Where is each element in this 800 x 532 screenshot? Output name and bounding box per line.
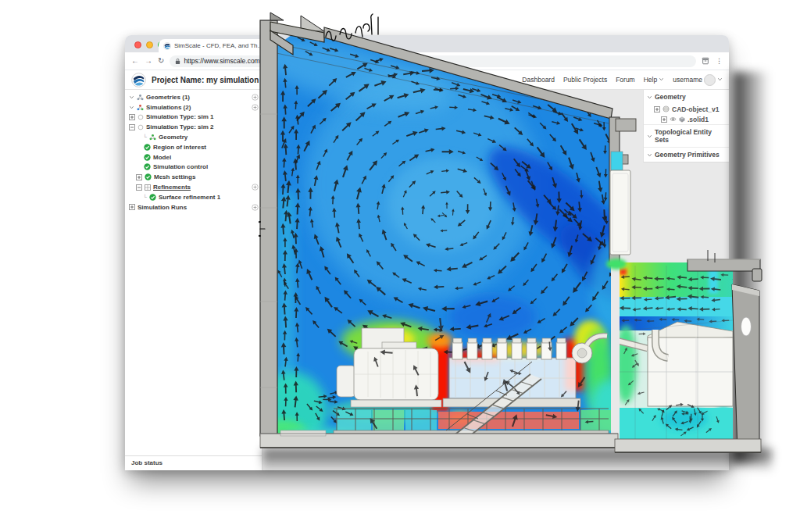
tree-item-label: Simulations (2) [146,104,191,111]
tree-item-label: Model [153,154,171,161]
tree-item-simulations-2-[interactable]: Simulations (2) [125,102,262,112]
tree-item-label: Geometries (1) [146,94,190,101]
minus-box-icon [129,124,135,130]
tab-title: SimScale - CFD, FEA, and The... [174,42,266,49]
tree-item-label: Simulation Type: sim 1 [146,113,214,120]
tree-item-label: Simulation Type: sim 2 [146,123,214,130]
annex-section [606,250,762,452]
radio-icon [138,114,144,120]
lock-icon [175,58,180,65]
tree-item-geometry[interactable]: └Geometry [125,132,262,142]
tree-item-label: Simulation Runs [138,204,187,211]
geometry-green-icon [149,134,156,141]
simulation-tree-sidebar: Geometries (1)Simulations (2)Simulation … [125,90,262,470]
tab-favicon [163,42,171,50]
add-button[interactable] [252,94,259,101]
reload-icon[interactable]: ↻ [158,57,164,65]
check-icon [144,144,151,151]
page: SimScale - CFD, FEA, and The... × ← → ↻ … [0,0,800,532]
job-status[interactable]: Job status [125,455,262,470]
tree-elbow: └ [143,195,147,200]
url-text: https://www.simscale.com [184,57,259,65]
tree-item-refinements[interactable]: Refinements [125,182,262,192]
check-icon [144,154,151,161]
tree-item-surface-refinement-1[interactable]: └Surface refinement 1 [125,192,262,202]
tree-item-label: Geometry [159,134,188,141]
minus-box-icon [136,184,142,191]
tree-item-simulation-type-sim-1[interactable]: Simulation Type: sim 1 [125,112,262,123]
tree-item-mesh-settings[interactable]: Mesh settings [125,172,262,182]
check-icon [144,163,151,170]
check-icon [149,194,156,201]
tree-item-geometries-1-[interactable]: Geometries (1) [125,92,262,102]
tree-item-label: Region of interest [153,144,206,151]
plus-box-icon [129,114,135,120]
tree-item-simulation-control[interactable]: Simulation control [125,162,262,173]
simulations-molecule-icon [137,104,144,111]
close-window-button[interactable] [134,41,141,48]
plus-box-icon [136,174,142,180]
tree-item-label: Refinements [153,184,191,191]
add-button[interactable] [252,184,259,191]
simscale-logo [131,73,146,87]
back-icon[interactable]: ← [131,57,139,65]
plus-box-icon [129,204,135,210]
chevron-down-icon [129,95,134,100]
tree-item-label: Surface refinement 1 [159,194,220,201]
add-button[interactable] [252,204,259,211]
add-button[interactable] [252,104,259,111]
tree-item-simulation-type-sim-2[interactable]: Simulation Type: sim 2 [125,122,262,132]
tree-item-region-of-interest[interactable]: Region of interest [125,142,262,152]
simulation-tree: Geometries (1)Simulations (2)Simulation … [125,90,262,212]
tree-item-label: Simulation control [153,163,208,170]
check-icon [145,173,152,180]
minimize-window-button[interactable] [146,41,153,48]
refinement-icon [145,184,151,191]
tree-elbow: └ [143,134,147,140]
tree-item-simulation-runs[interactable]: Simulation Runs [125,202,262,212]
radio-icon [138,124,144,130]
tree-item-model[interactable]: Model [125,152,262,162]
geometry-molecule-icon [137,94,144,101]
forward-icon[interactable]: → [145,57,152,65]
tree-item-label: Mesh settings [154,173,195,180]
cfd-viewport[interactable] [259,5,780,459]
chevron-down-icon [129,105,134,110]
